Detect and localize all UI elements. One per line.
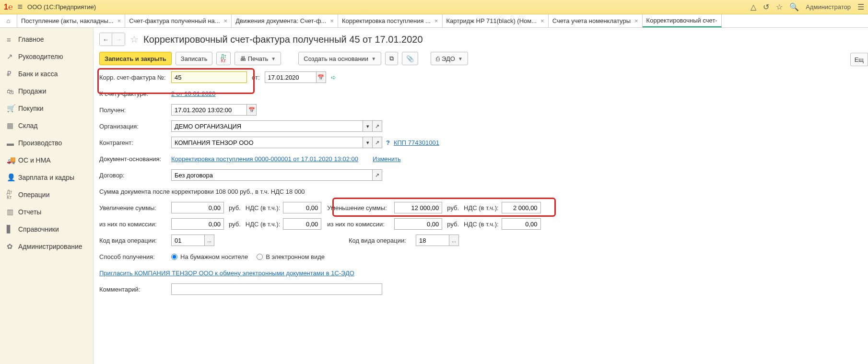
tab-5[interactable]: Счета учета номенклатуры× bbox=[549, 14, 643, 27]
nav-assets[interactable]: 🚚ОС и НМА bbox=[0, 152, 93, 169]
dropdown-icon[interactable]: ▾ bbox=[363, 137, 373, 148]
user-label[interactable]: Администратор bbox=[806, 3, 851, 11]
tab-2[interactable]: Движения документа: Счет-ф...× bbox=[232, 14, 338, 27]
menu-icon[interactable]: ≡ bbox=[18, 2, 23, 12]
apply-icon[interactable]: ➪ bbox=[331, 74, 336, 81]
tab-3[interactable]: Корректировка поступления ...× bbox=[338, 14, 442, 27]
comment-input[interactable] bbox=[171, 283, 382, 295]
open-icon[interactable]: ↗ bbox=[373, 120, 382, 132]
date-input[interactable] bbox=[265, 71, 317, 83]
close-icon[interactable]: × bbox=[540, 17, 544, 24]
bell-icon[interactable]: △ bbox=[751, 2, 756, 12]
nav-admin[interactable]: ✿Администрирование bbox=[0, 238, 93, 255]
received-input[interactable] bbox=[171, 104, 247, 116]
back-button[interactable]: ← bbox=[100, 33, 112, 46]
close-icon[interactable]: × bbox=[434, 17, 438, 24]
basis-label: Документ-основания: bbox=[99, 155, 171, 163]
comm-inc-input[interactable] bbox=[171, 218, 224, 230]
comm-inc-nds-input[interactable] bbox=[283, 218, 321, 230]
dtkt-button[interactable]: ДтКт bbox=[216, 52, 230, 65]
calendar-icon[interactable]: 📅 bbox=[317, 71, 326, 83]
edo-button[interactable]: ⎙ ЭДО▼ bbox=[431, 52, 468, 65]
inc-nds-input[interactable] bbox=[283, 202, 321, 213]
rub-label2: руб. bbox=[447, 204, 459, 211]
star-icon[interactable]: ☆ bbox=[776, 2, 783, 12]
radio-electronic[interactable]: В электронном виде bbox=[257, 253, 325, 260]
kpp-link[interactable]: КПП 774301001 bbox=[394, 139, 439, 146]
help-icon[interactable]: ? bbox=[386, 139, 390, 146]
org-input[interactable] bbox=[171, 120, 363, 132]
settings-icon[interactable]: ☰ bbox=[857, 2, 864, 12]
close-icon[interactable]: × bbox=[634, 17, 638, 24]
close-icon[interactable]: × bbox=[330, 17, 334, 24]
ruble-icon: ₽ bbox=[7, 70, 18, 78]
dec-input[interactable] bbox=[394, 202, 442, 213]
num-input[interactable] bbox=[171, 71, 247, 83]
date-label: от: bbox=[252, 74, 260, 81]
open-icon[interactable]: ↗ bbox=[373, 169, 382, 181]
radio-paper[interactable]: На бумажном носителе bbox=[171, 253, 248, 260]
calendar-icon[interactable]: 📅 bbox=[247, 104, 257, 116]
copy-button[interactable]: ⧉ bbox=[385, 52, 398, 65]
change-link[interactable]: Изменить bbox=[373, 155, 401, 163]
save-close-button[interactable]: Записать и закрыть bbox=[99, 52, 172, 65]
contract-input[interactable] bbox=[171, 169, 373, 181]
nav-refs[interactable]: ▋Справочники bbox=[0, 221, 93, 238]
nav-reports[interactable]: ▥Отчеты bbox=[0, 203, 93, 221]
lookup-icon[interactable]: ... bbox=[449, 235, 459, 246]
nav-production[interactable]: ▬Производство bbox=[0, 134, 93, 152]
app-title: ООО (1С:Предприятие) bbox=[27, 3, 96, 11]
more-button[interactable]: Ещ bbox=[850, 53, 868, 66]
tab-1[interactable]: Счет-фактура полученный на...× bbox=[125, 14, 232, 27]
search-icon[interactable]: 🔍 bbox=[789, 2, 799, 12]
nav-arrows: ← → bbox=[99, 33, 125, 46]
history-icon[interactable]: ↺ bbox=[763, 2, 769, 12]
lookup-icon[interactable]: ... bbox=[205, 235, 214, 246]
dec-nds-input[interactable] bbox=[502, 202, 541, 213]
favorite-icon[interactable]: ☆ bbox=[130, 34, 139, 45]
titlebar: 1℮ ≡ ООО (1С:Предприятие) △ ↺ ☆ 🔍 Админи… bbox=[0, 0, 868, 14]
print-button[interactable]: 🖶 Печать▼ bbox=[235, 52, 282, 65]
save-button[interactable]: Записать bbox=[176, 52, 213, 65]
org-label: Организация: bbox=[99, 123, 171, 130]
create-based-button[interactable]: Создать на основании▼ bbox=[298, 52, 381, 65]
nav-sales[interactable]: 🛍Продажи bbox=[0, 82, 93, 100]
forward-button[interactable]: → bbox=[112, 33, 125, 46]
invite-link[interactable]: Пригласить КОМПАНИЯ ТЕНЗОР ООО к обмену … bbox=[99, 270, 354, 277]
invoice-link[interactable]: 2 от 10.01.2020 bbox=[171, 90, 215, 97]
dec-nds-label: НДС (в т.ч.): bbox=[464, 204, 499, 211]
comm-dec-input[interactable] bbox=[394, 218, 442, 230]
nav-salary[interactable]: 👤Зарплата и кадры bbox=[0, 169, 93, 186]
cart-icon: 🛒 bbox=[7, 104, 18, 113]
open-icon[interactable]: ↗ bbox=[373, 137, 382, 148]
tab-6[interactable]: Корректировочный счет- bbox=[643, 14, 722, 27]
tabs-bar: ⌂ Поступление (акты, накладны...× Счет-ф… bbox=[0, 14, 868, 28]
close-icon[interactable]: × bbox=[224, 17, 228, 24]
attach-button[interactable]: 📎 bbox=[402, 52, 418, 65]
basis-link[interactable]: Корректировка поступления 0000-000001 от… bbox=[171, 155, 358, 163]
tab-0[interactable]: Поступление (акты, накладны...× bbox=[17, 14, 125, 27]
nav-main[interactable]: ≡Главное bbox=[0, 31, 93, 48]
nav-manager[interactable]: ↗Руководителю bbox=[0, 48, 93, 65]
comm-dec-nds-input[interactable] bbox=[502, 218, 541, 230]
contr-input[interactable] bbox=[171, 137, 363, 148]
logo-1c: 1℮ bbox=[4, 3, 13, 12]
comm-inc-label: из них по комиссии: bbox=[99, 221, 171, 228]
bars-icon: ▥ bbox=[7, 208, 18, 216]
home-button[interactable]: ⌂ bbox=[0, 14, 17, 27]
opcode2-input[interactable] bbox=[416, 235, 449, 246]
close-icon[interactable]: × bbox=[117, 17, 121, 24]
opcode2-label: Код вида операции: bbox=[349, 237, 416, 244]
opcode1-input[interactable] bbox=[171, 235, 205, 246]
nav-warehouse[interactable]: ▦Склад bbox=[0, 117, 93, 134]
chart-icon: ↗ bbox=[7, 52, 18, 61]
book-icon: ▋ bbox=[7, 225, 18, 234]
dropdown-icon[interactable]: ▾ bbox=[363, 120, 373, 132]
nav-operations[interactable]: ДтКтОперации bbox=[0, 186, 93, 203]
tab-4[interactable]: Картридж HP 711(black) (Ном...× bbox=[443, 14, 549, 27]
dec-label: Уменьшение суммы: bbox=[327, 204, 394, 211]
invoice-label: К счету-фактуре: bbox=[99, 90, 171, 97]
nav-purchases[interactable]: 🛒Покупки bbox=[0, 100, 93, 117]
inc-input[interactable] bbox=[171, 202, 224, 213]
nav-bank[interactable]: ₽Банк и касса bbox=[0, 65, 93, 82]
